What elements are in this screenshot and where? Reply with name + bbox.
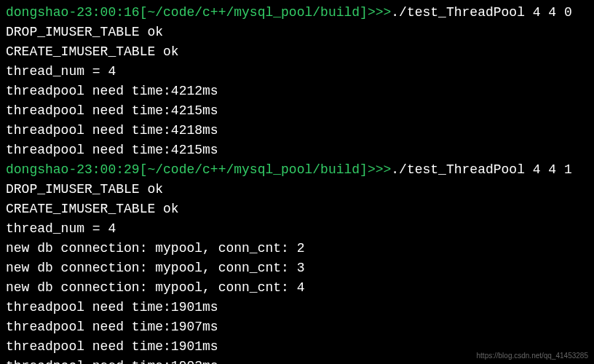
output-text: DROP_IMUSER_TABLE ok [6,182,163,197]
command-text: ./test_ThreadPool 4 4 0 [391,5,571,20]
terminal-line: thread_num = 4 [6,219,588,239]
terminal-line: dongshao-23:00:29[~/code/c++/mysql_pool/… [6,160,588,180]
output-text: thread_num = 4 [6,64,116,79]
terminal-line: new db connection: mypool, conn_cnt: 4 [6,278,588,298]
prompt-arrows: >>> [368,5,391,20]
terminal-line: threadpool need time:1901ms [6,298,588,317]
terminal-line: threadpool need time:4215ms [6,141,588,160]
output-text: threadpool need time:1907ms [6,320,218,334]
prompt-user-host: dongshao-23:00:16 [6,5,140,20]
terminal-output[interactable]: dongshao-23:00:16[~/code/c++/mysql_pool/… [6,3,588,364]
prompt-path: [~/code/c++/mysql_pool/build] [140,162,368,177]
output-text: CREATE_IMUSER_TABLE ok [6,202,179,216]
prompt-arrows: >>> [368,162,391,177]
prompt-path: [~/code/c++/mysql_pool/build] [140,5,368,20]
output-text: threadpool need time:1901ms [6,300,218,314]
output-text: threadpool need time:1903ms [6,359,218,364]
output-text: CREATE_IMUSER_TABLE ok [6,44,179,59]
output-text: DROP_IMUSER_TABLE ok [6,25,163,39]
output-text: threadpool need time:1901ms [6,339,218,354]
terminal-line: threadpool need time:1907ms [6,317,588,337]
watermark-text: https://blog.csdn.net/qq_41453285 [477,350,588,361]
terminal-line: CREATE_IMUSER_TABLE ok [6,199,588,219]
output-text: threadpool need time:4215ms [6,103,218,118]
terminal-line: new db connection: mypool, conn_cnt: 3 [6,258,588,278]
terminal-line: CREATE_IMUSER_TABLE ok [6,42,588,62]
terminal-line: new db connection: mypool, conn_cnt: 2 [6,239,588,258]
terminal-line: DROP_IMUSER_TABLE ok [6,180,588,199]
output-text: thread_num = 4 [6,221,116,236]
output-text: new db connection: mypool, conn_cnt: 2 [6,241,304,256]
terminal-line: threadpool need time:4215ms [6,101,588,121]
output-text: new db connection: mypool, conn_cnt: 3 [6,261,304,275]
terminal-line: threadpool need time:4218ms [6,121,588,141]
terminal-line: threadpool need time:4212ms [6,82,588,101]
output-text: threadpool need time:4218ms [6,123,218,138]
terminal-line: dongshao-23:00:16[~/code/c++/mysql_pool/… [6,3,588,23]
output-text: threadpool need time:4215ms [6,143,218,157]
prompt-user-host: dongshao-23:00:29 [6,162,140,177]
command-text: ./test_ThreadPool 4 4 1 [391,162,571,177]
terminal-line: DROP_IMUSER_TABLE ok [6,23,588,42]
output-text: new db connection: mypool, conn_cnt: 4 [6,280,304,295]
output-text: threadpool need time:4212ms [6,84,218,98]
terminal-line: thread_num = 4 [6,62,588,82]
